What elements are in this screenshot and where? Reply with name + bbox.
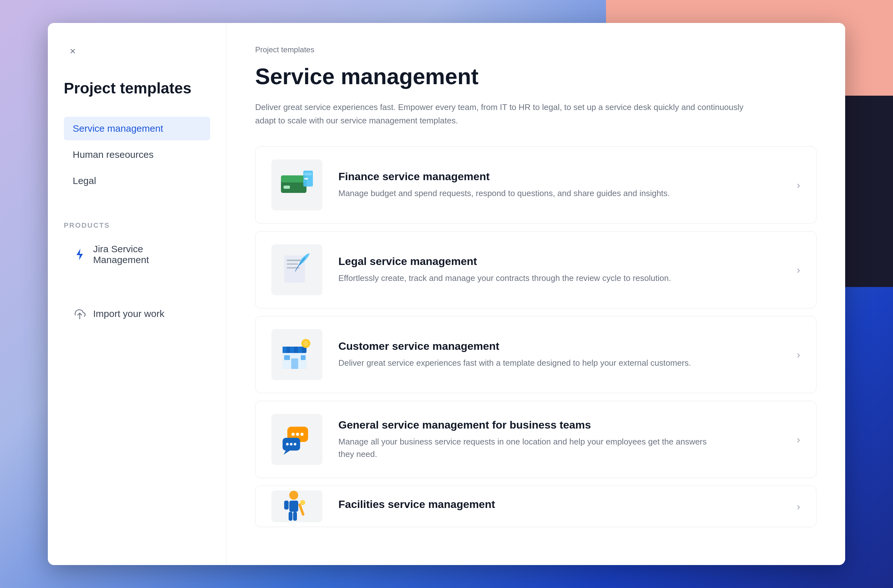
import-label: Import your work	[93, 308, 164, 319]
svg-point-26	[286, 443, 289, 445]
template-card-facilities[interactable]: Facilities service management ›	[255, 486, 816, 527]
svg-point-27	[290, 443, 292, 445]
facilities-chevron-icon: ›	[797, 501, 800, 513]
svg-rect-3	[284, 186, 290, 189]
svg-rect-5	[304, 173, 312, 175]
sidebar-title: Project templates	[64, 79, 210, 98]
template-card-finance[interactable]: Finance service management Manage budget…	[255, 146, 816, 224]
import-work-item[interactable]: Import your work	[64, 300, 210, 327]
finance-icon	[278, 166, 316, 204]
general-template-name: General service management for business …	[338, 419, 787, 431]
svg-rect-16	[291, 358, 298, 369]
template-card-general[interactable]: General service management for business …	[255, 401, 816, 478]
svg-rect-14	[290, 347, 294, 353]
template-list: Finance service management Manage budget…	[255, 146, 816, 527]
svg-point-36	[300, 500, 305, 505]
customer-template-name: Customer service management	[338, 340, 787, 352]
facilities-template-info: Facilities service management	[338, 498, 787, 515]
svg-rect-33	[289, 512, 292, 521]
breadcrumb: Project templates	[255, 45, 816, 54]
svg-rect-8	[287, 260, 301, 261]
general-template-info: General service management for business …	[338, 419, 787, 460]
svg-rect-15	[298, 347, 302, 353]
finance-template-desc: Manage budget and spend requests, respon…	[338, 187, 721, 200]
customer-icon	[278, 335, 316, 374]
svg-point-29	[289, 491, 298, 500]
legal-icon	[278, 251, 316, 289]
facilities-icon-wrapper	[271, 490, 322, 522]
facilities-template-name: Facilities service management	[338, 498, 787, 511]
customer-chevron-icon: ›	[797, 349, 800, 361]
products-section-label: PRODUCTS	[64, 221, 210, 230]
finance-icon-wrapper	[271, 159, 322, 211]
facilities-icon	[278, 490, 316, 522]
close-button[interactable]: ×	[64, 42, 82, 60]
svg-rect-18	[301, 355, 305, 360]
page-description: Deliver great service experiences fast. …	[255, 101, 765, 127]
customer-template-desc: Deliver great service experiences fast w…	[338, 357, 721, 369]
sidebar: × Project templates Service management H…	[48, 23, 227, 565]
product-label: Jira Service Management	[93, 244, 201, 265]
general-chevron-icon: ›	[797, 434, 800, 445]
customer-template-info: Customer service management Deliver grea…	[338, 340, 787, 369]
svg-rect-32	[294, 501, 298, 510]
template-card-customer[interactable]: Customer service management Deliver grea…	[255, 316, 816, 393]
svg-rect-13	[283, 347, 286, 353]
legal-template-name: Legal service management	[338, 255, 787, 268]
customer-icon-wrapper	[271, 329, 322, 380]
svg-point-20	[303, 341, 308, 346]
close-icon: ×	[70, 45, 76, 57]
jira-service-management-icon	[73, 247, 87, 262]
svg-point-24	[301, 433, 304, 436]
main-content: Project templates Service management Del…	[227, 23, 845, 565]
sidebar-item-service-management[interactable]: Service management	[64, 117, 210, 140]
svg-rect-6	[304, 178, 308, 179]
sidebar-item-human-resources[interactable]: Human reseources	[64, 143, 210, 167]
template-card-legal[interactable]: Legal service management Effortlessly cr…	[255, 231, 816, 308]
finance-chevron-icon: ›	[797, 179, 800, 191]
svg-point-28	[294, 443, 296, 445]
sidebar-item-jira-service-management[interactable]: Jira Service Management	[64, 237, 210, 272]
general-icon	[278, 420, 316, 459]
svg-rect-34	[293, 512, 297, 521]
svg-point-22	[292, 433, 295, 436]
modal-container: × Project templates Service management H…	[48, 23, 845, 565]
general-icon-wrapper	[271, 414, 322, 465]
sidebar-nav: Service management Human reseources Lega…	[64, 117, 210, 192]
legal-template-info: Legal service management Effortlessly cr…	[338, 255, 787, 284]
svg-rect-2	[281, 175, 307, 182]
sidebar-item-legal[interactable]: Legal	[64, 169, 210, 192]
finance-template-info: Finance service management Manage budget…	[338, 170, 787, 200]
svg-point-23	[296, 433, 299, 436]
general-template-desc: Manage all your business service request…	[338, 436, 721, 460]
svg-rect-17	[284, 355, 290, 360]
legal-icon-wrapper	[271, 244, 322, 295]
legal-template-desc: Effortlessly create, track and manage yo…	[338, 272, 721, 284]
page-title: Service management	[255, 64, 816, 89]
upload-cloud-icon	[73, 307, 87, 321]
finance-template-name: Finance service management	[338, 170, 787, 183]
svg-rect-9	[287, 263, 298, 265]
svg-rect-31	[284, 501, 289, 510]
svg-rect-35	[298, 503, 305, 516]
legal-chevron-icon: ›	[797, 264, 800, 276]
